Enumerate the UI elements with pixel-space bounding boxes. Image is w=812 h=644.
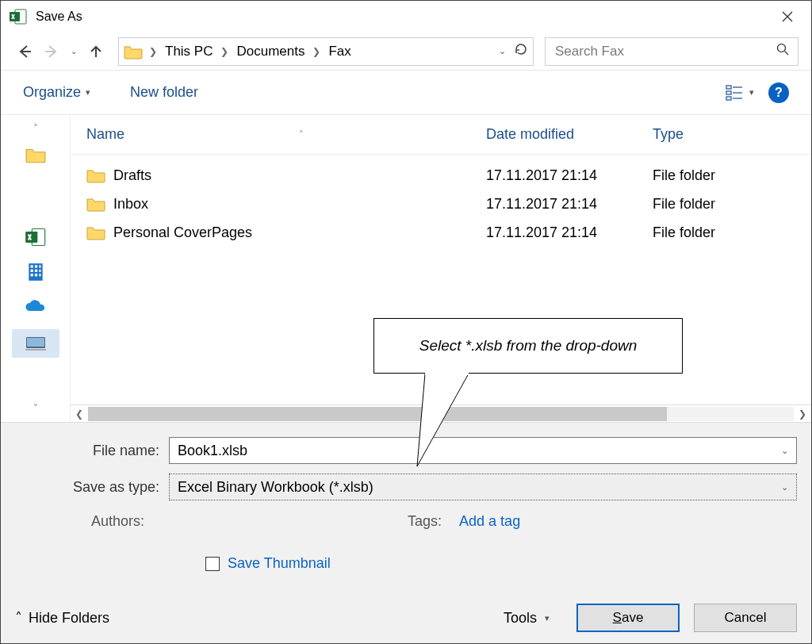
organize-menu[interactable]: Organize ▾ <box>23 84 90 101</box>
svg-rect-19 <box>27 338 44 347</box>
excel-icon[interactable] <box>23 224 48 250</box>
table-row[interactable]: Inbox 17.11.2017 21:14 File folder <box>71 190 811 218</box>
chevron-right-icon: ❯ <box>144 46 162 57</box>
save-button[interactable]: Save <box>576 604 680 632</box>
tools-label: Tools <box>504 610 537 627</box>
toolbar: Organize ▾ New folder ▾ ? <box>1 71 811 115</box>
chevron-down-icon[interactable]: ⌄ <box>499 46 506 56</box>
annotation-callout: Select *.xlsb from the drop-down <box>373 318 683 374</box>
col-name[interactable]: Name <box>86 126 124 143</box>
breadcrumb[interactable]: Fax <box>327 44 352 59</box>
view-options-button[interactable]: ▾ <box>726 84 754 102</box>
breadcrumb[interactable]: This PC <box>163 44 214 59</box>
folder-icon <box>124 44 143 59</box>
scrollbar-thumb[interactable] <box>88 407 667 421</box>
svg-rect-11 <box>39 265 40 267</box>
file-name-label: File name: <box>15 443 159 459</box>
svg-rect-12 <box>30 270 33 272</box>
chevron-down-icon[interactable]: ⌄ <box>781 446 788 456</box>
this-pc-icon[interactable] <box>12 329 59 358</box>
new-folder-button[interactable]: New folder <box>130 84 198 101</box>
bottom-panel: File name: Book1.xlsb ⌄ Save as type: Ex… <box>1 422 811 643</box>
svg-rect-5 <box>726 97 731 100</box>
file-name: Personal CoverPages <box>113 224 252 241</box>
building-icon[interactable] <box>23 259 48 285</box>
address-bar[interactable]: ❯ This PC ❯ Documents ❯ Fax ⌄ <box>118 37 534 66</box>
close-button[interactable] <box>772 1 803 33</box>
scroll-up-icon[interactable]: ˄ <box>27 120 44 137</box>
save-thumbnail-label[interactable]: Save Thumbnail <box>228 555 331 572</box>
save-as-type-label: Save as type: <box>15 479 159 496</box>
organize-label: Organize <box>23 84 81 101</box>
svg-rect-20 <box>25 349 46 351</box>
col-date[interactable]: Date modified <box>486 126 653 143</box>
column-headers[interactable]: Name ˄ Date modified Type <box>71 115 811 155</box>
nav-row: ⌄ ❯ This PC ❯ Documents ❯ Fax ⌄ <box>1 33 811 71</box>
search-input[interactable] <box>553 43 752 60</box>
svg-rect-17 <box>39 274 40 276</box>
scroll-left-icon[interactable]: ❮ <box>71 408 88 420</box>
tools-menu[interactable]: Tools ▾ <box>504 610 550 627</box>
table-row[interactable]: Personal CoverPages 17.11.2017 21:14 Fil… <box>71 218 811 247</box>
chevron-up-icon: ˄ <box>15 609 22 627</box>
chevron-down-icon: ▾ <box>749 87 754 98</box>
scroll-down-icon[interactable]: ˅ <box>27 400 44 417</box>
file-type: File folder <box>653 224 811 241</box>
svg-rect-13 <box>34 270 36 272</box>
folder-icon[interactable] <box>23 142 48 167</box>
hide-folders-label: Hide Folders <box>29 610 109 627</box>
table-row[interactable]: Drafts 17.11.2017 21:14 File folder <box>71 161 811 190</box>
file-type: File folder <box>653 167 811 184</box>
refresh-icon[interactable] <box>514 42 528 60</box>
svg-point-2 <box>778 44 786 52</box>
file-list-pane: Name ˄ Date modified Type Drafts 17.11.2… <box>71 115 811 422</box>
titlebar: Save As <box>1 1 811 33</box>
main-area: ˄ ˅ <box>1 115 811 422</box>
file-date: 17.11.2017 21:14 <box>486 196 653 213</box>
svg-rect-1 <box>10 12 20 21</box>
hide-folders-toggle[interactable]: ˄ Hide Folders <box>15 609 109 627</box>
help-button[interactable]: ? <box>768 82 789 103</box>
navigation-pane[interactable]: ˄ ˅ <box>1 115 71 422</box>
tags-label: Tags: <box>408 513 442 530</box>
svg-rect-3 <box>726 86 731 89</box>
search-box[interactable] <box>545 37 799 66</box>
forward-button[interactable] <box>40 40 63 63</box>
onedrive-icon[interactable] <box>23 294 48 320</box>
breadcrumb[interactable]: Documents <box>235 44 306 59</box>
file-date: 17.11.2017 21:14 <box>486 224 653 241</box>
file-name-combo[interactable]: Book1.xlsb ⌄ <box>169 437 797 464</box>
file-name: Drafts <box>113 167 151 184</box>
authors-label: Authors: <box>91 513 144 530</box>
sort-indicator-icon: ˄ <box>299 129 304 140</box>
svg-rect-14 <box>39 270 40 272</box>
chevron-right-icon: ❯ <box>308 46 325 57</box>
save-as-type-combo[interactable]: Excel Binary Workbook (*.xlsb) ⌄ <box>169 473 797 500</box>
chevron-down-icon: ▾ <box>86 87 90 98</box>
file-type: File folder <box>653 196 811 213</box>
file-name: Inbox <box>113 196 148 213</box>
cancel-button[interactable]: Cancel <box>694 604 797 632</box>
back-button[interactable] <box>13 40 36 63</box>
save-as-type-value: Excel Binary Workbook (*.xlsb) <box>178 479 373 496</box>
scroll-right-icon[interactable]: ❯ <box>794 408 811 420</box>
chevron-right-icon: ❯ <box>216 46 233 57</box>
svg-rect-15 <box>30 274 33 276</box>
svg-rect-7 <box>25 232 37 243</box>
history-dropdown-icon[interactable]: ⌄ <box>67 47 80 56</box>
search-icon[interactable] <box>776 42 790 60</box>
add-tag-link[interactable]: Add a tag <box>459 513 520 530</box>
svg-rect-9 <box>30 265 33 267</box>
window-title: Save As <box>36 10 82 24</box>
save-as-dialog: Save As ⌄ ❯ This PC ❯ Documents ❯ <box>0 0 812 644</box>
svg-rect-10 <box>34 265 36 267</box>
up-button[interactable] <box>85 40 107 63</box>
svg-rect-4 <box>726 91 731 94</box>
svg-rect-16 <box>34 274 36 276</box>
chevron-down-icon: ▾ <box>545 613 550 623</box>
excel-icon <box>9 7 28 26</box>
save-thumbnail-checkbox[interactable] <box>205 557 220 571</box>
col-type[interactable]: Type <box>653 126 811 143</box>
chevron-down-icon[interactable]: ⌄ <box>781 482 788 493</box>
horizontal-scrollbar[interactable]: ❮ ❯ <box>71 404 811 422</box>
